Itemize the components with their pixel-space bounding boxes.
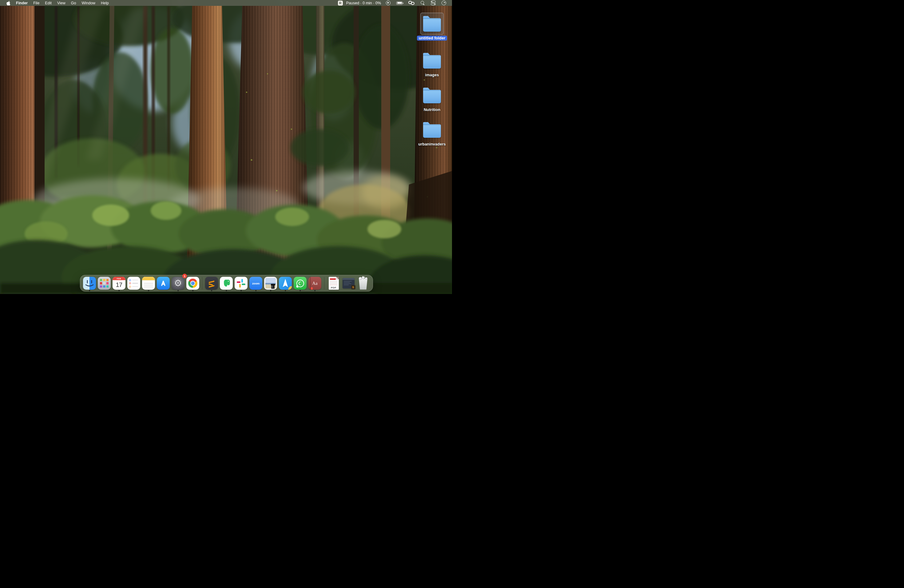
menu-finder[interactable]: Finder [13, 0, 30, 6]
menu-file[interactable]: File [30, 0, 42, 6]
dock-finder[interactable] [82, 275, 97, 292]
sublime-text-icon [205, 277, 218, 290]
folder-label: images [425, 73, 439, 77]
inkwell-icon [271, 285, 275, 289]
tracker-status-text[interactable]: Paused · 0 min · 0% [346, 1, 381, 5]
wallpaper-forest [0, 0, 452, 294]
dock-chrome[interactable] [185, 275, 200, 292]
menu-bar-left: Finder File Edit View Go Window Help [0, 0, 112, 6]
dock-dictionary[interactable]: Aa [308, 275, 322, 292]
system-settings-icon: ⚙ [172, 277, 185, 290]
dock-separator [324, 277, 324, 289]
dock-launchpad[interactable] [97, 275, 112, 292]
notification-badge: 1 [182, 274, 187, 278]
zoom-icon: zoom [250, 277, 262, 290]
dock-slack[interactable] [234, 275, 248, 292]
dock-notes[interactable] [141, 275, 156, 292]
calendar-icon: FEB 17 [112, 277, 125, 290]
dictionary-icon: Aa [308, 277, 321, 290]
dock-pdf-document[interactable]: PDF [326, 275, 341, 292]
dock-image-viewer[interactable] [263, 275, 278, 292]
desktop-folder-images[interactable]: images [414, 49, 450, 77]
menu-help[interactable]: Help [98, 0, 112, 6]
desktop-folder-nutrition[interactable]: Nutrition [414, 84, 450, 112]
notes-icon [142, 277, 155, 290]
folder-label: urbaninvaders [418, 142, 446, 147]
app-store-icon [157, 277, 170, 290]
dock-trash[interactable] [356, 275, 370, 292]
spotlight-search-icon[interactable] [419, 0, 427, 6]
launchpad-icon [98, 277, 111, 290]
apple-menu[interactable] [4, 0, 13, 6]
menu-bar: Finder File Edit View Go Window Help R P… [0, 0, 452, 6]
desktop-folder-urbaninvaders[interactable]: urbaninvaders [414, 119, 450, 147]
clock-icon[interactable] [440, 0, 448, 6]
dictionary-aa-label: Aa [312, 281, 318, 286]
menu-go[interactable]: Go [68, 0, 79, 6]
battery-icon[interactable] [395, 0, 404, 6]
dock-evernote[interactable] [219, 275, 234, 292]
trash-full-icon [358, 277, 369, 290]
dock-zoom[interactable]: zoom [248, 275, 263, 292]
folder-selection-box [420, 13, 444, 35]
desktop-folder-untitled[interactable]: untitled folder [414, 13, 450, 41]
dock-system-settings[interactable]: ⚙ 1 [171, 275, 185, 292]
dock-whatsapp[interactable] [293, 275, 308, 292]
menu-bar-status: R Paused · 0 min · 0% [338, 0, 452, 6]
rewind-badge[interactable]: R [338, 1, 343, 6]
minimized-sublime-window-icon: S [343, 278, 354, 288]
folder-icon [423, 124, 441, 138]
spark-mail-icon [279, 277, 292, 290]
control-center-icon[interactable] [429, 0, 437, 6]
folder-label: untitled folder [417, 36, 447, 41]
pdf-document-icon: PDF [329, 277, 339, 290]
calendar-month: FEB [112, 277, 125, 280]
dock-minimized-window[interactable]: S [341, 275, 356, 292]
whatsapp-icon [294, 277, 307, 290]
dock-separator [202, 277, 202, 289]
menu-edit[interactable]: Edit [42, 0, 54, 6]
menu-view[interactable]: View [54, 0, 68, 6]
dock-app-store[interactable] [156, 275, 171, 292]
play-circle-icon[interactable] [384, 0, 392, 6]
sublime-badge-icon: S [351, 285, 356, 289]
apple-logo-icon [6, 1, 11, 6]
macos-desktop: Finder File Edit View Go Window Help R P… [0, 0, 452, 294]
pdf-label: PDF [329, 286, 339, 289]
dock: FEB 17 [80, 275, 373, 292]
link-icon[interactable] [407, 0, 416, 6]
folder-icon [423, 18, 441, 32]
zoom-wordmark: zoom [252, 282, 259, 285]
image-viewer-icon [264, 277, 277, 290]
folder-label: Nutrition [424, 107, 440, 112]
slack-icon [235, 277, 248, 290]
dock-calendar[interactable]: FEB 17 [112, 275, 126, 292]
reminders-icon [127, 277, 140, 290]
gear-icon: ⚙ [174, 279, 182, 288]
calendar-day: 17 [112, 280, 125, 290]
dock-sublime-text[interactable] [204, 275, 219, 292]
menu-window[interactable]: Window [79, 0, 98, 6]
finder-icon [83, 277, 96, 290]
folder-icon [423, 90, 441, 103]
chrome-icon [186, 277, 199, 290]
folder-icon [423, 55, 441, 69]
dock-reminders[interactable] [126, 275, 141, 292]
dock-spark-mail[interactable] [278, 275, 293, 292]
evernote-icon [220, 277, 233, 290]
